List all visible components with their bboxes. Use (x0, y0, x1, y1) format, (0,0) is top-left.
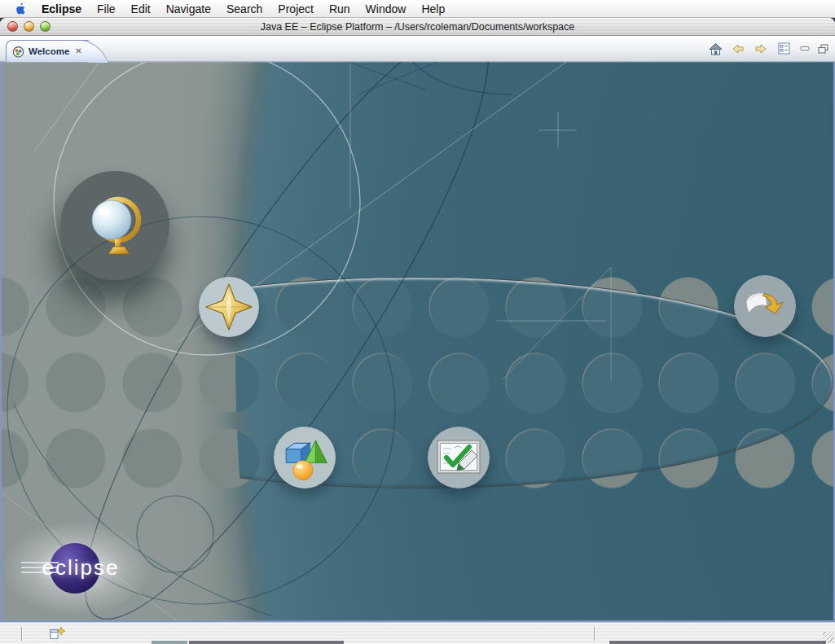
window-title: Java EE – Eclipse Platform – /Users/rcol… (0, 21, 835, 33)
whats-new-star-icon (205, 283, 253, 331)
menu-bar: Eclipse File Edit Navigate Search Projec… (0, 0, 835, 18)
back-button[interactable] (730, 41, 746, 56)
close-tab-icon[interactable]: ✕ (73, 46, 83, 57)
minimize-view-icon (800, 45, 810, 53)
forward-button[interactable] (753, 41, 769, 56)
back-arrow-icon (732, 43, 745, 55)
window-title-bar[interactable]: Java EE – Eclipse Platform – /Users/rcol… (0, 18, 835, 36)
menu-item-edit[interactable]: Edit (131, 0, 151, 18)
home-icon (709, 42, 723, 55)
minimize-view-button[interactable] (798, 41, 811, 56)
home-button[interactable] (707, 41, 723, 56)
whats-new-link[interactable] (199, 277, 259, 337)
menu-item-window[interactable]: Window (366, 0, 407, 18)
status-separator (21, 627, 23, 641)
overview-globe-icon (82, 194, 147, 257)
menu-item-project[interactable]: Project (278, 0, 314, 18)
maximize-view-button[interactable] (817, 41, 829, 56)
fast-view-button[interactable] (49, 626, 65, 644)
workbench-link[interactable] (734, 275, 796, 337)
menu-item-navigate[interactable]: Navigate (166, 0, 211, 18)
status-separator (594, 627, 595, 641)
tutorials-link[interactable] (428, 427, 490, 488)
eclipse-logo-text: eclipse (42, 555, 120, 580)
tab-welcome[interactable]: Welcome ✕ (6, 40, 89, 62)
fast-view-icon (49, 626, 65, 641)
menu-item-eclipse[interactable]: Eclipse (42, 0, 81, 18)
view-toolbar (707, 41, 829, 56)
menu-item-search[interactable]: Search (226, 0, 262, 18)
details-view-icon (778, 42, 790, 55)
samples-link[interactable] (274, 427, 336, 488)
menu-item-file[interactable]: File (97, 0, 116, 18)
tutorials-icon (437, 440, 481, 475)
desktop-artifact (189, 641, 344, 644)
maximize-view-icon (818, 44, 828, 54)
forward-arrow-icon (754, 43, 767, 55)
content-top-highlight (2, 62, 833, 63)
welcome-page: eclipse (0, 62, 835, 622)
samples-icon (282, 435, 327, 480)
details-view-button[interactable] (776, 41, 792, 56)
desktop-artifact (152, 641, 187, 644)
tab-label: Welcome (29, 46, 69, 56)
editor-tab-bar: Welcome ✕ (0, 36, 835, 62)
desktop-artifact (609, 641, 826, 644)
go-to-workbench-icon (741, 287, 789, 325)
apple-logo-icon (15, 2, 26, 15)
status-bar (0, 622, 835, 644)
apple-menu[interactable] (15, 2, 26, 15)
welcome-icon (12, 46, 24, 58)
menu-item-help[interactable]: Help (421, 0, 445, 18)
menu-item-run[interactable]: Run (329, 0, 350, 18)
overview-link[interactable] (60, 171, 169, 280)
